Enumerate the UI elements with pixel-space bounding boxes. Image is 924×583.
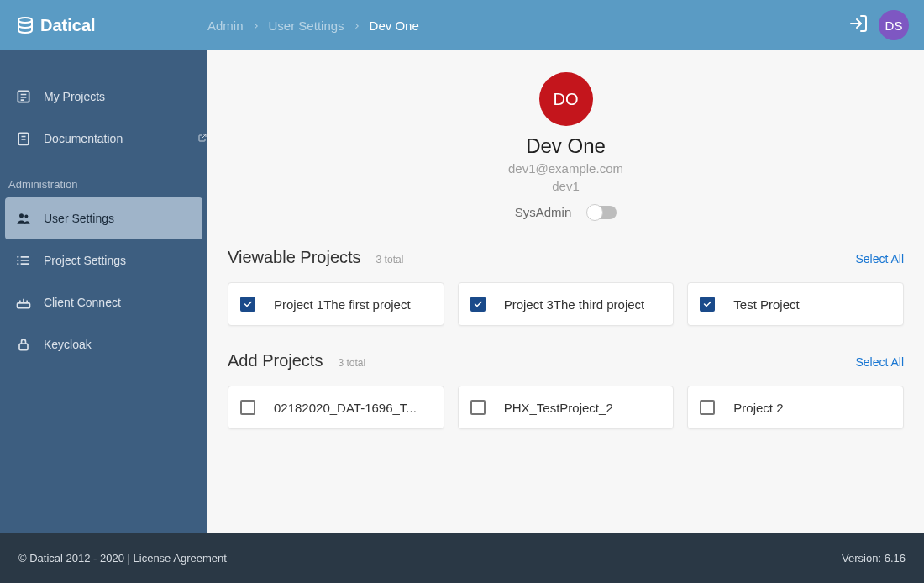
sidebar-item-label: Client Connect: [44, 296, 207, 309]
breadcrumb-user-settings[interactable]: User Settings: [269, 18, 344, 33]
brand-logo[interactable]: Datical: [15, 15, 96, 35]
project-card[interactable]: PHX_TestProject_2: [458, 386, 675, 429]
sidebar-item-label: Keycloak: [44, 338, 207, 351]
project-card[interactable]: Test Project: [687, 282, 904, 326]
project-label: Project 1The first project: [274, 297, 411, 312]
svg-point-6: [17, 260, 18, 261]
sysadmin-label: SysAdmin: [515, 205, 572, 219]
project-checkbox[interactable]: [700, 297, 715, 312]
section-count: 3 total: [338, 357, 365, 369]
sidebar-item-user-settings[interactable]: User Settings: [5, 197, 202, 239]
breadcrumb-current: Dev One: [370, 18, 419, 33]
sidebar-item-documentation[interactable]: Documentation: [0, 118, 207, 160]
sidebar-section-admin: Administration: [0, 160, 207, 197]
sidebar-item-project-settings[interactable]: Project Settings: [0, 239, 207, 281]
lock-icon: [15, 336, 44, 353]
viewable-projects-grid: Project 1The first project Project 3The …: [228, 282, 904, 326]
project-card[interactable]: Project 2: [687, 386, 904, 429]
select-all-link[interactable]: Select All: [855, 355, 904, 369]
svg-point-3: [19, 213, 24, 218]
project-label: Test Project: [733, 297, 799, 312]
add-projects-grid: 02182020_DAT-1696_T... PHX_TestProject_2…: [228, 386, 904, 429]
project-label: 02182020_DAT-1696_T...: [274, 401, 417, 415]
section-count: 3 total: [376, 254, 404, 265]
user-email: dev1@example.com: [508, 161, 623, 176]
project-checkbox[interactable]: [470, 400, 486, 415]
section-title: Add Projects: [228, 351, 323, 370]
svg-point-5: [17, 256, 18, 258]
project-card[interactable]: Project 1The first project: [228, 282, 444, 326]
chevron-right-icon: [252, 18, 260, 33]
sidebar-item-label: Project Settings: [44, 254, 207, 267]
sidebar-item-label: My Projects: [44, 90, 207, 103]
logo-area: Datical: [0, 15, 207, 35]
breadcrumb: Admin User Settings Dev One: [207, 18, 419, 33]
footer-version: Version: 6.16: [842, 552, 906, 565]
brand-name: Datical: [40, 16, 96, 35]
user-username: dev1: [552, 179, 580, 193]
add-projects-header: Add Projects 3 total Select All: [228, 351, 904, 370]
chevron-right-icon: [353, 18, 361, 33]
svg-rect-9: [19, 344, 28, 350]
sidebar-item-client-connect[interactable]: Client Connect: [0, 281, 207, 323]
project-checkbox[interactable]: [240, 400, 255, 415]
sidebar: My Projects Documentation Administration…: [0, 50, 207, 533]
svg-point-0: [18, 18, 32, 23]
users-icon: [15, 210, 44, 227]
project-label: Project 3The third project: [504, 297, 645, 312]
current-user-avatar[interactable]: DS: [879, 10, 909, 40]
user-profile: DO Dev One dev1@example.com dev1 SysAdmi…: [228, 72, 904, 219]
app-header: Datical Admin User Settings Dev One DS: [0, 0, 924, 50]
footer-copyright[interactable]: © Datical 2012 - 2020 | License Agreemen…: [18, 552, 227, 565]
project-label: Project 2: [733, 401, 783, 415]
project-checkbox[interactable]: [470, 297, 486, 312]
projects-icon: [15, 88, 44, 105]
header-actions: DS: [848, 10, 909, 40]
sidebar-item-keycloak[interactable]: Keycloak: [0, 323, 207, 365]
list-icon: [15, 252, 44, 269]
viewable-projects-header: Viewable Projects 3 total Select All: [228, 248, 904, 267]
sysadmin-toggle[interactable]: [588, 206, 617, 219]
sysadmin-row: SysAdmin: [515, 205, 617, 219]
stack-icon: [15, 15, 35, 35]
logout-icon[interactable]: [848, 13, 869, 37]
project-label: PHX_TestProject_2: [504, 401, 613, 415]
section-title: Viewable Projects: [228, 248, 361, 267]
breadcrumb-admin[interactable]: Admin: [207, 18, 244, 33]
project-checkbox[interactable]: [240, 297, 255, 312]
svg-point-4: [24, 215, 28, 218]
sidebar-item-label: User Settings: [44, 212, 202, 225]
user-avatar: DO: [539, 72, 593, 126]
app-footer: © Datical 2012 - 2020 | License Agreemen…: [0, 533, 924, 583]
router-icon: [15, 294, 44, 311]
external-link-icon: [197, 133, 207, 145]
user-name: Dev One: [526, 134, 606, 158]
main-content: DO Dev One dev1@example.com dev1 SysAdmi…: [207, 50, 924, 533]
project-card[interactable]: Project 3The third project: [458, 282, 675, 326]
select-all-link[interactable]: Select All: [855, 252, 904, 265]
sidebar-item-label: Documentation: [44, 132, 192, 145]
svg-rect-8: [18, 303, 30, 308]
sidebar-item-my-projects[interactable]: My Projects: [0, 76, 207, 118]
documentation-icon: [15, 130, 44, 147]
project-checkbox[interactable]: [700, 400, 715, 415]
project-card[interactable]: 02182020_DAT-1696_T...: [228, 386, 444, 429]
svg-point-7: [17, 263, 18, 265]
